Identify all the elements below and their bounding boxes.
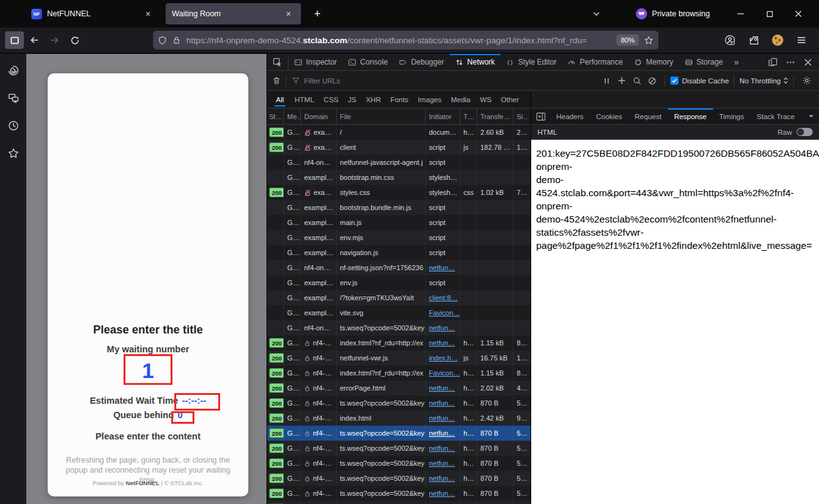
- column-header-7[interactable]: Si…: [514, 108, 527, 124]
- filter-js[interactable]: JS: [348, 96, 356, 103]
- minimize-button[interactable]: [726, 4, 755, 23]
- raw-toggle[interactable]: [796, 128, 813, 136]
- devtools-close-icon[interactable]: [800, 55, 815, 69]
- more-tabs-chevron[interactable]: »: [729, 54, 745, 70]
- network-request-row[interactable]: 200G…nf4-…ts.wseq?opcode=5002&keynetfun……: [267, 426, 531, 441]
- filter-urls-input[interactable]: Filter URLs: [292, 76, 341, 85]
- url-bar[interactable]: https://nf4-onprem-demo-4524.stclab.com/…: [153, 31, 658, 50]
- network-request-row[interactable]: 200G…nf4-…ts.wseq?opcode=5002&keynetfun……: [267, 471, 531, 486]
- clear-requests-trash-icon[interactable]: [272, 76, 281, 85]
- initiator-cell[interactable]: netfun…: [426, 396, 460, 411]
- sidebar-toggle-button[interactable]: [5, 31, 24, 49]
- network-settings-gear-icon[interactable]: [799, 74, 814, 88]
- back-button[interactable]: [25, 31, 44, 49]
- devtools-tab-style-editor[interactable]: {}Style Editor: [500, 54, 562, 70]
- bookmark-star-icon[interactable]: [644, 36, 653, 45]
- network-request-row[interactable]: G…exampl…main.jsscript: [267, 215, 531, 230]
- filter-images[interactable]: Images: [418, 96, 441, 103]
- bookmarks-star-icon[interactable]: [4, 144, 22, 162]
- devtools-menu-dots-icon[interactable]: [783, 55, 798, 69]
- filter-media[interactable]: Media: [451, 96, 470, 103]
- filter-xhr[interactable]: XHR: [366, 96, 381, 103]
- block-requests-icon[interactable]: [645, 74, 660, 88]
- filter-all[interactable]: All: [275, 93, 285, 107]
- tab-close-icon[interactable]: ×: [282, 8, 295, 20]
- network-request-row[interactable]: 200G…nf4-…netfunnel-vwr.jsindex.h…js16.7…: [267, 350, 531, 365]
- network-request-row[interactable]: G…exampl…env.jsscript: [267, 275, 531, 290]
- new-request-plus-icon[interactable]: [615, 74, 630, 88]
- network-request-row[interactable]: 200G…nf4-…ts.wseq?opcode=5002&keynetfun……: [267, 396, 531, 411]
- details-tab-timings[interactable]: Timings: [713, 108, 751, 124]
- initiator-cell[interactable]: Favicon…: [426, 365, 460, 381]
- initiator-cell[interactable]: netfun…: [426, 471, 460, 486]
- network-request-row[interactable]: 200G…exa…styles.cssstylesh…css1.02 kB7…: [267, 185, 531, 200]
- pause-traffic-icon[interactable]: [600, 74, 615, 88]
- ai-chatbot-icon[interactable]: [4, 61, 22, 79]
- initiator-cell[interactable]: index.h…: [426, 350, 460, 365]
- column-header-5[interactable]: T…: [460, 108, 477, 124]
- network-request-row[interactable]: 200G…nf4-…ts.wseq?opcode=5002&keynetfun……: [267, 441, 531, 456]
- network-request-row[interactable]: G…nf4-on…nf-setting.json?nf=1756236netfu…: [267, 260, 531, 275]
- details-overflow-caret-icon[interactable]: [808, 108, 819, 124]
- initiator-cell[interactable]: client:8…: [426, 290, 460, 305]
- details-tab-stack-trace[interactable]: Stack Trace: [751, 108, 801, 124]
- devtools-tab-debugger[interactable]: Debugger: [393, 54, 450, 70]
- search-icon[interactable]: [630, 74, 645, 88]
- devtools-tab-inspector[interactable]: Inspector: [288, 54, 342, 70]
- devtools-tab-network[interactable]: Network: [450, 54, 500, 70]
- network-request-row[interactable]: G…exampl…vite.svgFavicon…: [267, 305, 531, 320]
- column-header-3[interactable]: File: [337, 108, 426, 124]
- responsive-design-mode-icon[interactable]: [765, 55, 780, 69]
- extensions-puzzle-icon[interactable]: [745, 31, 763, 49]
- filter-other[interactable]: Other: [501, 96, 519, 103]
- column-header-4[interactable]: Initiator: [426, 108, 460, 124]
- throttling-dropdown[interactable]: No Throttling: [739, 77, 788, 85]
- initiator-cell[interactable]: netfun…: [426, 486, 460, 501]
- disable-cache-checkbox[interactable]: Disable Cache: [670, 76, 729, 85]
- url-text[interactable]: https://nf4-onprem-demo-4524.stclab.com/…: [186, 36, 611, 45]
- response-body[interactable]: 201:key=27C5BE08D2F842FDD19500726DB565F8…: [531, 140, 819, 504]
- filter-css[interactable]: CSS: [324, 96, 339, 103]
- details-tab-response[interactable]: Response: [668, 108, 713, 124]
- new-tab-button[interactable]: +: [309, 5, 326, 23]
- filter-fonts[interactable]: Fonts: [390, 96, 408, 103]
- network-request-row[interactable]: G…nf4-on…ts.wseq?opcode=5002&keynetfun…: [267, 320, 531, 335]
- cookie-extension-icon[interactable]: [769, 31, 786, 49]
- column-header-1[interactable]: Me…: [284, 108, 301, 124]
- details-tab-request[interactable]: Request: [628, 108, 668, 124]
- network-request-row[interactable]: 200G…exa…clientscriptjs182.78 …1…: [267, 140, 531, 155]
- menu-hamburger-icon[interactable]: [793, 31, 810, 49]
- shield-icon[interactable]: [158, 36, 167, 45]
- details-tab-headers[interactable]: Headers: [550, 108, 589, 124]
- close-button[interactable]: [784, 4, 813, 23]
- devtools-tab-performance[interactable]: Performance: [562, 54, 628, 70]
- network-request-row[interactable]: 200G…nf4-…ts.wseq?opcode=5002&keynetfun……: [267, 501, 531, 504]
- network-request-row[interactable]: G…exampl…navigation.jsscript: [267, 245, 531, 260]
- column-header-0[interactable]: St…: [267, 108, 284, 124]
- zoom-level-badge[interactable]: 80%: [616, 34, 639, 46]
- initiator-cell[interactable]: Favicon…: [426, 305, 460, 320]
- filter-html[interactable]: HTML: [295, 96, 314, 103]
- account-icon[interactable]: [721, 31, 739, 49]
- initiator-cell[interactable]: netfun…: [426, 501, 460, 504]
- maximize-button[interactable]: [755, 4, 784, 23]
- network-request-row[interactable]: 200G…nf4-…index.htmlnetfun…h…2.42 kB9…: [267, 411, 531, 426]
- initiator-cell[interactable]: netfun…: [426, 260, 460, 275]
- devtools-tab-memory[interactable]: Memory: [628, 54, 679, 70]
- reload-button[interactable]: [65, 31, 84, 49]
- network-request-row[interactable]: G…nf4-on…netfunnel-javascript-agent.jscr…: [267, 155, 531, 170]
- details-panel-icon[interactable]: [531, 108, 550, 124]
- network-request-row[interactable]: 200G…nf4-…index.html?nf_rdu=http://exnet…: [267, 335, 531, 350]
- initiator-cell[interactable]: netfun…: [426, 381, 460, 396]
- synced-tabs-icon[interactable]: [4, 89, 22, 107]
- details-tab-cookies[interactable]: Cookies: [589, 108, 628, 124]
- network-request-row[interactable]: 200G…nf4-…errorPage.htmlnetfun…h…2.02 kB…: [267, 381, 531, 396]
- devtools-tab-storage[interactable]: Storage: [679, 54, 729, 70]
- devtools-tab-console[interactable]: Console: [342, 54, 393, 70]
- network-request-row[interactable]: 200G…nf4-…ts.wseq?opcode=5002&keynetfun……: [267, 486, 531, 501]
- network-request-row[interactable]: G…exampl…env.mjsscript: [267, 230, 531, 245]
- list-all-tabs-icon[interactable]: [592, 9, 601, 18]
- network-request-row[interactable]: 200G…nf4-…index.html?nf_rdu=http://exFav…: [267, 365, 531, 381]
- initiator-cell[interactable]: netfun…: [426, 320, 460, 335]
- network-request-row[interactable]: 200G…exa…/docum…h…2.60 kB2…: [267, 125, 531, 140]
